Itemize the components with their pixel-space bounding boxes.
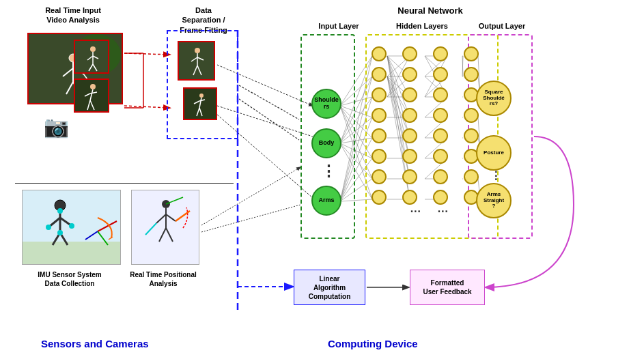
camera-icon: 📷 — [44, 115, 69, 139]
hidden-dots-2: ⋯ — [437, 205, 449, 218]
hidden-node — [433, 67, 448, 82]
hidden-node — [464, 67, 479, 82]
svg-point-145 — [69, 223, 74, 229]
svg-line-97 — [201, 205, 300, 232]
hidden-node — [372, 149, 387, 164]
svg-rect-128 — [184, 89, 217, 120]
svg-line-96 — [201, 167, 300, 225]
hidden-node — [433, 46, 448, 61]
hidden-node — [372, 190, 387, 205]
hidden-dots: ⋯ — [410, 205, 421, 218]
section-label-computing: Computing Device — [328, 338, 418, 349]
svg-line-0 — [124, 53, 169, 55]
nn-output-square-shoulders: SquareShouldérs? — [476, 81, 512, 116]
hidden-node — [372, 67, 387, 82]
section-label-sensors: Sensors and Cameras — [41, 338, 149, 349]
label-output-layer: Output Layer — [475, 22, 529, 30]
hidden-node — [402, 169, 417, 184]
hidden-node — [372, 128, 387, 143]
hidden-node — [433, 87, 448, 102]
label-realtime-input: Real Time Input Video Analysis — [36, 5, 111, 25]
nn-node-body: Body — [311, 128, 341, 158]
linear-algo-box: Linear Algorithm Computation — [294, 270, 365, 305]
hidden-node — [402, 67, 417, 82]
nn-node-arms: Arms — [311, 186, 341, 216]
hidden-node — [402, 190, 417, 205]
imu-sensor-box — [22, 190, 121, 265]
svg-point-122 — [195, 48, 200, 53]
nn-node-shoulders: Shoulders — [311, 89, 341, 119]
hidden-node — [464, 128, 479, 143]
input-dots: ⋮ — [321, 162, 337, 180]
data-separation-box — [167, 30, 238, 139]
svg-rect-107 — [75, 41, 109, 74]
svg-rect-136 — [23, 242, 121, 265]
positional-analysis-box — [131, 190, 199, 265]
hidden-node — [433, 108, 448, 123]
hidden-node — [464, 108, 479, 123]
svg-point-144 — [46, 225, 51, 230]
hidden-node — [372, 169, 387, 184]
hidden-node — [464, 46, 479, 61]
hidden-node — [402, 46, 417, 61]
hidden-node — [372, 46, 387, 61]
hidden-node — [402, 87, 417, 102]
sub-video-frame-1 — [74, 40, 109, 74]
svg-line-1 — [124, 106, 169, 108]
label-neural-network: Neural Network — [335, 5, 526, 16]
label-input-layer: Input Layer — [311, 22, 366, 30]
label-positional: Real Time Positional Analysis — [126, 270, 201, 288]
svg-point-143 — [57, 208, 63, 214]
nn-output-arms-straight: ArmsStraight? — [476, 183, 512, 218]
hidden-node — [433, 169, 448, 184]
hidden-node — [402, 149, 417, 164]
nn-output-posture: Posture — [476, 135, 512, 171]
hidden-node — [464, 169, 479, 184]
label-hidden-layers: Hidden Layers — [381, 22, 463, 30]
formatted-feedback-box: Formatted User Feedback — [410, 270, 485, 305]
hidden-node — [402, 128, 417, 143]
section-divider — [15, 183, 234, 184]
svg-line-8 — [239, 85, 299, 119]
hidden-node — [372, 87, 387, 102]
sub-video-frame-2 — [74, 78, 109, 113]
label-imu-sensor: IMU Sensor System Data Collection — [19, 270, 120, 288]
svg-point-108 — [90, 46, 96, 52]
svg-point-115 — [90, 84, 96, 89]
hidden-node — [433, 190, 448, 205]
hidden-node — [402, 108, 417, 123]
svg-point-146 — [57, 230, 63, 235]
output-dots: ⋮ — [490, 169, 502, 182]
svg-point-129 — [199, 94, 204, 98]
svg-line-9 — [239, 99, 299, 140]
diagram-container: Real Time Input Video Analysis Data Sepa… — [0, 0, 644, 359]
hidden-node — [433, 149, 448, 164]
hidden-node — [372, 108, 387, 123]
hidden-node — [433, 128, 448, 143]
